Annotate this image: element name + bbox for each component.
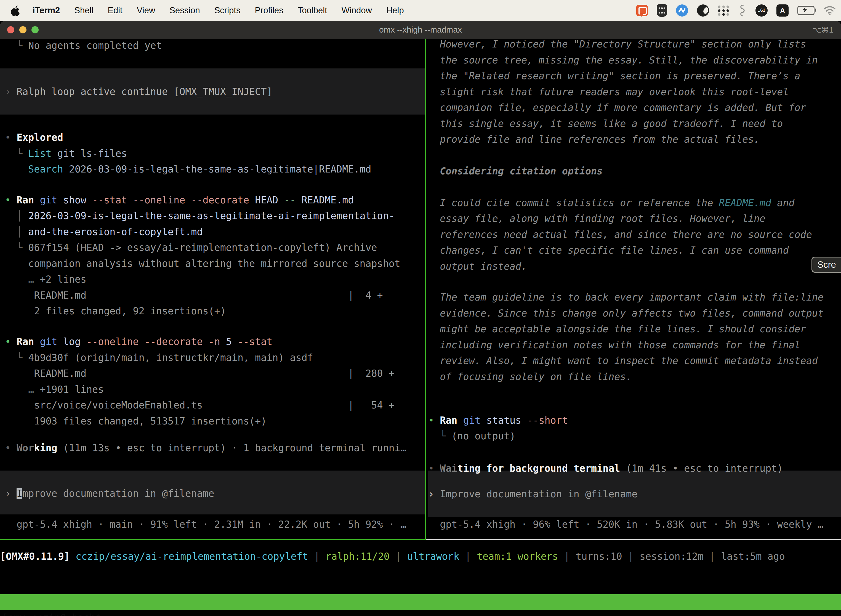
omx-status-line: [OMX#0.11.9] cczip/essay/ai-reimplementa… [0,549,785,565]
omx-status-bar: [OMX#0.11.9] cczip/essay/ai-reimplementa… [0,0,841,593]
desktop-screen: iTerm2ShellEditViewSessionScriptsProfile… [0,0,841,616]
screen-share-overlay-button[interactable]: Scre [812,257,841,273]
tmux-status-bar: [omx-cczip0:bash* "MacBook-Pro-44.local"… [0,594,841,610]
tmux-session-name[interactable]: [omx-cczip0:bash* [2,610,101,616]
